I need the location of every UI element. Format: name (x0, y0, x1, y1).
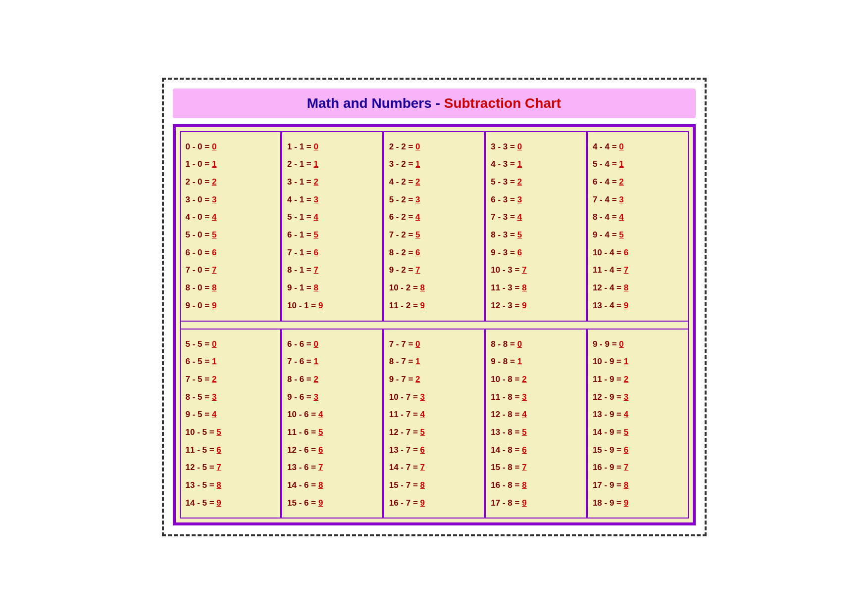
equation-row: 12 - 9 = 3 (593, 388, 683, 406)
answer: 5 (619, 230, 623, 239)
answer: 7 (216, 463, 221, 472)
cell-s1-c3: 8 - 8 = 09 - 8 = 110 - 8 = 211 - 8 = 312… (485, 329, 587, 519)
answer: 8 (522, 480, 526, 490)
equation-row: 10 - 4 = 6 (593, 244, 683, 262)
equation-row: 13 - 4 = 9 (593, 297, 683, 315)
answer: 9 (522, 498, 526, 508)
answer: 3 (212, 195, 216, 204)
equation-row: 7 - 5 = 2 (186, 371, 276, 388)
answer: 8 (624, 283, 628, 292)
equation-row: 14 - 9 = 5 (593, 424, 683, 441)
answer: 6 (313, 248, 318, 257)
answer: 3 (619, 195, 623, 204)
answer: 4 (420, 410, 425, 419)
equation-row: 4 - 2 = 2 (389, 173, 479, 191)
answer: 1 (313, 159, 318, 169)
equation-row: 9 - 9 = 0 (593, 335, 683, 353)
answer: 5 (522, 427, 526, 437)
equation-row: 6 - 0 = 6 (186, 244, 276, 262)
equation-row: 9 - 4 = 5 (593, 226, 683, 244)
equation-row: 11 - 8 = 3 (491, 388, 581, 406)
answer: 6 (415, 248, 420, 257)
answer: 7 (313, 265, 318, 275)
answer: 8 (313, 283, 318, 292)
answer: 2 (522, 375, 526, 384)
answer: 9 (212, 301, 216, 310)
cell-s1-c0: 5 - 5 = 06 - 5 = 17 - 5 = 28 - 5 = 39 - … (180, 329, 282, 519)
equation-row: 13 - 5 = 8 (186, 476, 276, 494)
answer: 3 (313, 195, 318, 204)
cell-s1-c4: 9 - 9 = 010 - 9 = 111 - 9 = 212 - 9 = 31… (587, 329, 689, 519)
equation-row: 14 - 5 = 9 (186, 494, 276, 512)
answer: 5 (420, 427, 425, 437)
equation-row: 2 - 1 = 1 (287, 155, 377, 173)
equation-row: 2 - 2 = 0 (389, 138, 479, 156)
answer: 1 (619, 159, 623, 169)
answer: 7 (522, 463, 526, 472)
answer: 5 (313, 230, 318, 239)
equation-row: 5 - 0 = 5 (186, 226, 276, 244)
answer: 9 (318, 301, 323, 310)
equation-row: 4 - 1 = 3 (287, 191, 377, 209)
equation-row: 15 - 7 = 8 (389, 476, 479, 494)
equation-row: 8 - 2 = 6 (389, 244, 479, 262)
equation-row: 1 - 0 = 1 (186, 155, 276, 173)
equation-row: 13 - 6 = 7 (287, 459, 377, 476)
equation-row: 12 - 8 = 4 (491, 406, 581, 424)
answer: 2 (212, 375, 216, 384)
equation-row: 6 - 5 = 1 (186, 353, 276, 371)
equation-row: 8 - 8 = 0 (491, 335, 581, 353)
equation-row: 11 - 6 = 5 (287, 424, 377, 441)
answer: 2 (313, 375, 318, 384)
equation-row: 15 - 9 = 6 (593, 441, 683, 459)
equation-row: 14 - 6 = 8 (287, 476, 377, 494)
answer: 5 (415, 230, 420, 239)
equation-row: 9 - 0 = 9 (186, 297, 276, 315)
equation-row: 3 - 0 = 3 (186, 191, 276, 209)
equation-row: 6 - 3 = 3 (491, 191, 581, 209)
chart-container: 0 - 0 = 01 - 0 = 12 - 0 = 23 - 0 = 34 - … (173, 124, 696, 526)
answer: 0 (313, 142, 318, 151)
equation-row: 8 - 7 = 1 (389, 353, 479, 371)
equation-row: 11 - 2 = 9 (389, 297, 479, 315)
answer: 2 (212, 177, 216, 187)
answer: 0 (415, 339, 420, 349)
answer: 6 (624, 445, 628, 455)
cell-s0-c4: 4 - 4 = 05 - 4 = 16 - 4 = 27 - 4 = 38 - … (587, 131, 689, 322)
answer: 4 (522, 410, 526, 419)
equation-row: 11 - 4 = 7 (593, 261, 683, 279)
section-break (180, 322, 689, 329)
answer: 9 (420, 301, 425, 310)
answer: 9 (216, 498, 221, 508)
equation-row: 9 - 3 = 6 (491, 244, 581, 262)
equation-row: 14 - 8 = 6 (491, 441, 581, 459)
answer: 1 (313, 357, 318, 366)
answer: 0 (619, 339, 623, 349)
answer: 3 (313, 392, 318, 402)
answer: 1 (212, 357, 216, 366)
equation-row: 9 - 1 = 8 (287, 279, 377, 297)
answer: 0 (517, 339, 522, 349)
equation-row: 5 - 1 = 4 (287, 208, 377, 226)
equation-row: 12 - 7 = 5 (389, 424, 479, 441)
answer: 3 (624, 392, 628, 402)
equation-row: 13 - 7 = 6 (389, 441, 479, 459)
equation-row: 3 - 1 = 2 (287, 173, 377, 191)
equation-row: 5 - 5 = 0 (186, 335, 276, 353)
equation-row: 15 - 6 = 9 (287, 494, 377, 512)
answer: 7 (624, 463, 628, 472)
equation-row: 7 - 2 = 5 (389, 226, 479, 244)
answer: 4 (619, 212, 623, 222)
answer: 8 (420, 480, 425, 490)
answer: 9 (318, 498, 323, 508)
equation-row: 16 - 8 = 8 (491, 476, 581, 494)
equation-row: 5 - 3 = 2 (491, 173, 581, 191)
answer: 0 (212, 142, 216, 151)
cell-s1-c2: 7 - 7 = 08 - 7 = 19 - 7 = 210 - 7 = 311 … (383, 329, 485, 519)
equation-row: 12 - 6 = 6 (287, 441, 377, 459)
answer: 4 (318, 410, 323, 419)
answer: 8 (318, 480, 323, 490)
answer: 2 (313, 177, 318, 187)
equation-row: 5 - 4 = 1 (593, 155, 683, 173)
equation-row: 4 - 0 = 4 (186, 208, 276, 226)
